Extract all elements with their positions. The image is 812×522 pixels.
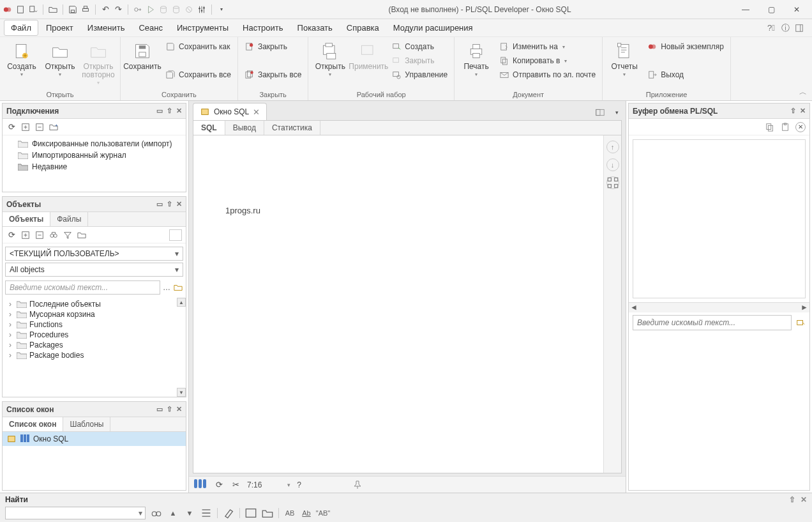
nav-down-icon[interactable]: ↓ <box>606 158 619 171</box>
ribbon-collapse-icon[interactable]: ︿ <box>799 87 807 98</box>
objtree-item[interactable]: ›Мусорная корзина <box>5 309 183 319</box>
filter-icon[interactable] <box>63 230 73 240</box>
ws-create-button[interactable]: Создать <box>389 40 450 54</box>
panel-pin-icon[interactable]: ⇧ <box>167 200 172 208</box>
tab-objects[interactable]: Объекты <box>3 212 50 226</box>
conn-item[interactable]: Недавние <box>6 161 182 173</box>
status-scissors-icon[interactable]: ✂ <box>230 480 241 490</box>
status-chevron-icon[interactable]: ▾ <box>287 482 290 488</box>
objtree-item[interactable]: ›Packages <box>5 340 183 350</box>
find-next-icon[interactable]: ▼ <box>184 507 195 519</box>
tab-winlist[interactable]: Список окон <box>3 417 63 431</box>
close-button[interactable]: Закрыть <box>242 40 304 54</box>
layout-icon[interactable] <box>595 107 605 118</box>
new-dropdown-icon[interactable] <box>28 4 38 15</box>
clip-hscroll[interactable]: ◄► <box>629 302 809 312</box>
refresh-icon[interactable]: ⟳ <box>6 122 17 132</box>
ws-close-button[interactable]: Закрыть <box>389 54 450 68</box>
search-folder-icon[interactable] <box>173 282 183 293</box>
sql-editor[interactable]: 1progs.ru <box>193 135 603 473</box>
save-button[interactable]: Сохранить <box>124 40 160 72</box>
find-word-icon[interactable]: Ab <box>301 507 312 519</box>
undo-icon[interactable]: ↶ <box>100 4 110 15</box>
ws-open-button[interactable]: Открыть▾ <box>312 40 348 79</box>
objtree-item[interactable]: ›Последние объекты <box>5 299 183 309</box>
clipboard-list[interactable] <box>633 139 806 298</box>
find-prev-icon[interactable]: ▲ <box>167 507 179 519</box>
status-refresh-icon[interactable]: ⟳ <box>214 480 224 490</box>
panel-pin-icon[interactable]: ⇧ <box>167 107 172 115</box>
menu-file[interactable]: Файл <box>4 20 38 36</box>
save-as-button[interactable]: Сохранить как <box>163 40 234 54</box>
panel-pin-icon[interactable]: ⇧ <box>790 107 796 115</box>
menu-tools[interactable]: Инструменты <box>170 20 235 35</box>
objtree-item[interactable]: ›Package bodies <box>5 350 183 360</box>
help-icon[interactable]: ?⃝ <box>766 23 776 33</box>
find-scope-folder-icon[interactable] <box>262 507 273 519</box>
sql-tab-stats[interactable]: Статистика <box>264 121 320 135</box>
menu-show[interactable]: Показать <box>291 20 339 35</box>
ws-apply-button[interactable]: Применить <box>350 40 386 72</box>
menu-project[interactable]: Проект <box>40 20 80 35</box>
find-regex-icon[interactable]: "AB" <box>317 507 329 519</box>
exit-button[interactable]: Выход <box>645 68 726 82</box>
binoculars-icon[interactable] <box>49 230 59 240</box>
menu-edit[interactable]: Изменить <box>81 20 132 35</box>
sliders-icon[interactable] <box>197 4 207 15</box>
menu-session[interactable]: Сеанс <box>132 20 169 35</box>
close-window-button[interactable]: ✕ <box>784 1 809 19</box>
redo-icon[interactable]: ↷ <box>113 4 123 15</box>
panel-close-icon[interactable]: ✕ <box>801 495 807 504</box>
find-scope-window-icon[interactable] <box>245 507 257 519</box>
panel-close-icon[interactable]: ✕ <box>800 107 806 115</box>
refresh-icon[interactable]: ⟳ <box>6 230 17 240</box>
doc-tab[interactable]: Окно SQL ✕ <box>193 103 267 120</box>
change-to-button[interactable]: Изменить на ▾ <box>497 40 598 54</box>
filter-combo[interactable]: All objects▾ <box>5 263 183 277</box>
open-button[interactable]: Открыть▾ <box>42 40 78 79</box>
maximize-button[interactable]: ▢ <box>758 1 784 19</box>
key-icon[interactable] <box>133 4 143 15</box>
add-icon[interactable] <box>20 122 31 132</box>
copy-to-button[interactable]: Копировать в ▾ <box>497 54 598 68</box>
print-icon[interactable] <box>80 4 91 15</box>
panel-pin-icon[interactable]: ⇧ <box>789 495 795 504</box>
reopen-button[interactable]: Открыть повторно▾ <box>80 40 116 88</box>
user-combo[interactable]: <ТЕКУЩИЙ ПОЛЬЗОВАТЕЛЬ>▾ <box>5 247 183 261</box>
panel-icon[interactable] <box>794 23 804 33</box>
find-list-icon[interactable] <box>200 507 212 519</box>
find-highlight-icon[interactable] <box>223 507 234 519</box>
minimize-button[interactable]: — <box>733 1 758 19</box>
new-instance-button[interactable]: Новый экземпляр <box>645 40 726 54</box>
info-icon[interactable]: ⓘ <box>780 23 790 33</box>
menu-plugins[interactable]: Модули расширения <box>387 20 479 35</box>
panel-restore-icon[interactable]: ▭ <box>156 405 163 413</box>
ws-manage-button[interactable]: Управление <box>389 68 450 82</box>
dropdown-icon[interactable]: ▾ <box>612 107 622 118</box>
search-more-icon[interactable]: … <box>163 283 170 292</box>
save-all-button[interactable]: Сохранить все <box>163 68 234 82</box>
clip-search-input[interactable] <box>633 315 792 330</box>
clip-search-go-icon[interactable] <box>795 318 806 328</box>
paste-clip-icon[interactable] <box>780 122 790 132</box>
save-icon[interactable] <box>68 4 78 15</box>
find-case-icon[interactable]: AB <box>284 507 296 519</box>
nav-up-icon[interactable]: ↑ <box>606 141 619 153</box>
conn-item[interactable]: Фиксированные пользователи (импорт) <box>6 138 182 150</box>
run-icon[interactable] <box>146 4 156 15</box>
expand-icon[interactable] <box>20 230 31 240</box>
panel-close-icon[interactable]: ✕ <box>176 107 182 115</box>
find-combo[interactable]: ▾ <box>5 507 146 519</box>
status-pin-icon[interactable] <box>352 480 363 490</box>
panel-close-icon[interactable]: ✕ <box>176 405 182 413</box>
db-icon[interactable] <box>158 4 169 15</box>
db2-icon[interactable] <box>171 4 181 15</box>
scroll-up-icon[interactable]: ▲ <box>177 298 186 307</box>
objtree-item[interactable]: ›Functions <box>5 319 183 330</box>
open-folder-icon[interactable] <box>48 4 58 15</box>
send-mail-button[interactable]: Отправить по эл. почте <box>497 68 598 82</box>
panel-pin-icon[interactable]: ⇧ <box>167 405 172 413</box>
tab-files[interactable]: Файлы <box>50 212 88 226</box>
close-all-button[interactable]: Закрыть все <box>242 68 304 82</box>
sql-tab-sql[interactable]: SQL <box>193 121 225 135</box>
